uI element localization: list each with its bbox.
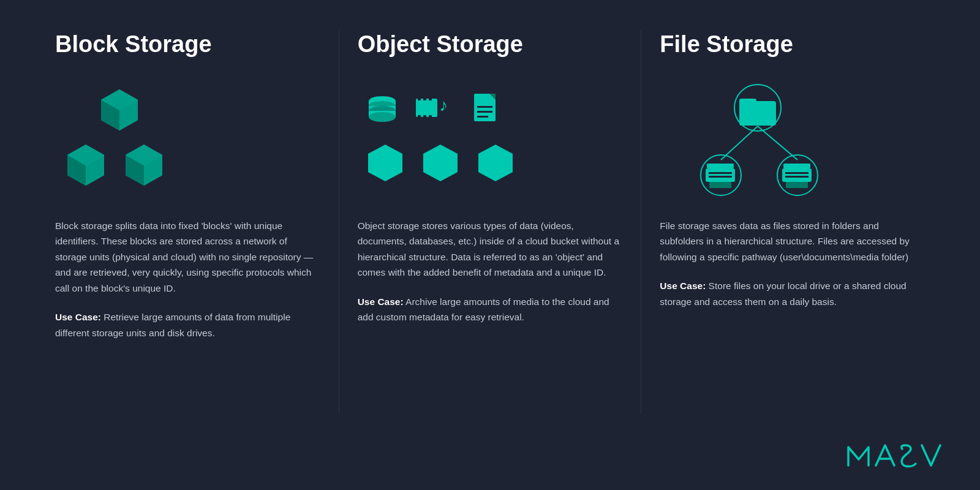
file-storage-icon-area	[660, 77, 925, 200]
block-storage-description: Block storage splits data into fixed 'bl…	[55, 218, 320, 296]
svg-rect-19	[416, 99, 437, 117]
hexagon-1-icon	[364, 141, 407, 184]
main-container: Block Storage	[0, 0, 980, 438]
file-storage-use-case: Use Case: Store files on your local driv…	[660, 278, 925, 309]
footer	[0, 438, 980, 490]
cube-bottom-left-icon	[61, 141, 110, 190]
svg-rect-24	[423, 115, 426, 119]
object-storage-use-case: Use Case: Archive large amounts of media…	[358, 294, 623, 325]
object-icons: ♪	[364, 92, 517, 184]
file-tree-icon	[666, 80, 850, 197]
svg-rect-48	[782, 168, 812, 182]
document-icon	[471, 92, 502, 129]
hexagon-3-icon	[474, 141, 517, 184]
svg-rect-49	[785, 172, 809, 174]
svg-rect-22	[429, 97, 432, 100]
block-use-case-label: Use Case:	[55, 312, 101, 322]
block-top	[95, 86, 144, 135]
object-use-case-label: Use Case:	[358, 296, 404, 307]
file-storage-title: File Storage	[660, 31, 925, 59]
svg-rect-42	[706, 168, 735, 182]
masv-logo-svg	[845, 438, 943, 472]
object-storage-title: Object Storage	[358, 31, 623, 59]
svg-rect-20	[418, 97, 421, 100]
svg-line-35	[721, 126, 758, 160]
svg-marker-33	[423, 145, 458, 181]
svg-rect-25	[429, 115, 432, 119]
cube-bottom-right-icon	[119, 141, 168, 190]
hexagon-2-icon	[419, 141, 462, 184]
block-icons	[61, 86, 168, 190]
block-storage-title: Block Storage	[55, 31, 320, 59]
svg-rect-45	[709, 182, 731, 188]
file-storage-description: File storage saves data as files stored …	[660, 218, 925, 265]
masv-logo	[845, 438, 943, 472]
svg-rect-51	[786, 182, 808, 188]
svg-marker-32	[368, 145, 402, 181]
svg-rect-43	[709, 172, 732, 174]
object-storage-description: Object storage stores various types of d…	[358, 218, 623, 281]
media-icon: ♪	[416, 94, 456, 127]
svg-rect-29	[477, 106, 492, 108]
svg-rect-39	[739, 99, 756, 106]
svg-rect-30	[477, 111, 492, 113]
svg-rect-21	[423, 97, 426, 100]
object-storage-column: Object Storage	[339, 31, 642, 413]
object-top-row: ♪	[364, 92, 517, 129]
svg-rect-50	[785, 176, 809, 178]
svg-rect-23	[418, 115, 421, 119]
cube-top-icon	[95, 86, 144, 135]
svg-line-36	[758, 126, 797, 160]
object-storage-icon-area: ♪	[358, 77, 623, 200]
file-use-case-label: Use Case:	[660, 281, 706, 291]
svg-rect-47	[783, 164, 810, 168]
svg-point-18	[369, 112, 396, 122]
block-storage-use-case: Use Case: Retrieve large amounts of data…	[55, 309, 320, 341]
svg-rect-44	[709, 176, 732, 178]
block-bottom	[61, 141, 168, 190]
svg-rect-31	[477, 116, 488, 118]
svg-marker-34	[478, 145, 513, 181]
svg-text:♪: ♪	[439, 96, 448, 115]
database-icon	[364, 92, 401, 129]
svg-rect-41	[707, 164, 734, 168]
object-bottom-row	[364, 141, 517, 184]
block-storage-column: Block Storage	[37, 31, 339, 413]
block-storage-icon-area	[55, 77, 320, 200]
file-storage-column: File Storage	[641, 31, 943, 413]
